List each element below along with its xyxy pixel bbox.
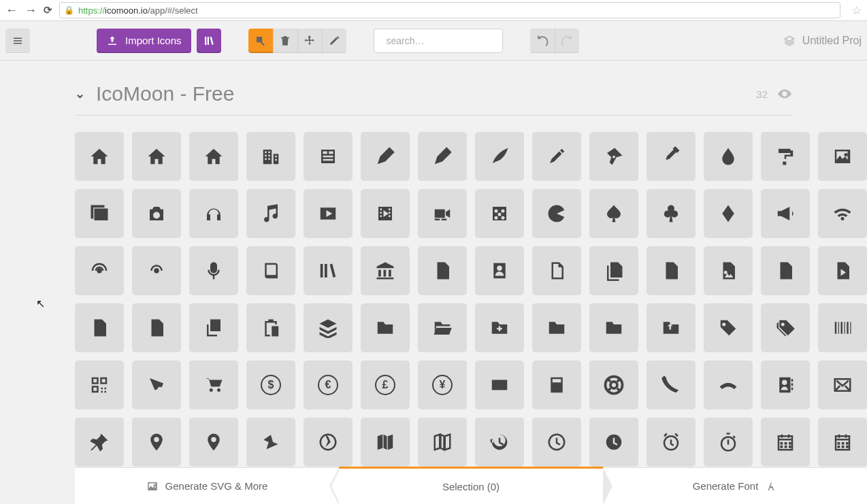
icon-envelop[interactable] [818, 360, 867, 409]
icon-copy[interactable] [189, 303, 238, 352]
icon-file-picture[interactable] [704, 246, 753, 295]
icon-coin-yen[interactable]: ¥ [418, 360, 467, 409]
library-button[interactable] [197, 29, 221, 53]
icon-ticket[interactable] [132, 360, 181, 409]
icon-music[interactable] [246, 189, 295, 238]
icon-headphones[interactable] [189, 189, 238, 238]
redo-button[interactable] [555, 29, 579, 53]
icon-feed[interactable] [132, 246, 181, 295]
icon-camera[interactable] [132, 189, 181, 238]
icon-credit-card[interactable] [475, 360, 524, 409]
icon-compass2[interactable] [304, 418, 353, 467]
icon-home3[interactable] [189, 132, 238, 181]
back-button[interactable]: ← [5, 3, 18, 18]
icon-folder-minus[interactable] [532, 303, 581, 352]
icon-folder-download[interactable] [589, 303, 638, 352]
icon-nib[interactable] [589, 132, 638, 181]
icon-newspaper[interactable] [304, 132, 353, 181]
icon-location[interactable] [132, 418, 181, 467]
icon-pacman[interactable] [532, 189, 581, 238]
icon-price-tag[interactable] [704, 303, 753, 352]
icon-film[interactable] [361, 189, 410, 238]
icon-calculator[interactable] [532, 360, 581, 409]
icon-price-tags[interactable] [761, 303, 810, 352]
icon-calendar[interactable] [761, 418, 810, 467]
icon-file-play[interactable] [818, 246, 867, 295]
icon-file-music[interactable] [761, 246, 810, 295]
icon-lifebuoy[interactable] [589, 360, 638, 409]
icon-stopwatch[interactable] [704, 418, 753, 467]
icon-alarm[interactable] [647, 418, 696, 467]
icon-home[interactable] [75, 132, 124, 181]
icon-paste[interactable] [246, 303, 295, 352]
icon-coin-pound[interactable]: £ [361, 360, 410, 409]
icon-connection[interactable] [818, 189, 867, 238]
icon-podcast[interactable] [75, 246, 124, 295]
icon-library[interactable] [361, 246, 410, 295]
delete-tool-button[interactable] [273, 29, 297, 53]
icon-clock[interactable] [532, 418, 581, 467]
search-input[interactable] [387, 35, 506, 46]
icon-home2[interactable] [132, 132, 181, 181]
icon-cart[interactable] [189, 360, 238, 409]
icon-barcode[interactable] [818, 303, 867, 352]
icon-pencil2[interactable] [418, 132, 467, 181]
icon-pencil[interactable] [361, 132, 410, 181]
icon-history[interactable] [475, 418, 524, 467]
icon-map[interactable] [361, 418, 410, 467]
icon-video-camera[interactable] [418, 189, 467, 238]
icon-folder[interactable] [361, 303, 410, 352]
undo-button[interactable] [530, 29, 555, 53]
icon-pen[interactable] [532, 132, 581, 181]
icon-bullhorn[interactable] [761, 189, 810, 238]
icon-quill[interactable] [475, 132, 524, 181]
icon-folder-upload[interactable] [647, 303, 696, 352]
icon-mic[interactable] [189, 246, 238, 295]
icon-file-zip[interactable] [132, 303, 181, 352]
icon-qrcode[interactable] [75, 360, 124, 409]
icon-pushpin[interactable] [75, 418, 124, 467]
project-menu[interactable]: Untitled Proj [783, 35, 862, 47]
icon-map2[interactable] [418, 418, 467, 467]
forward-button[interactable]: → [24, 3, 37, 18]
url-bar[interactable]: 🔒 https://icomoon.io/app/#/select [59, 2, 840, 18]
icon-compass[interactable] [246, 418, 295, 467]
move-tool-button[interactable] [297, 29, 322, 53]
icon-folder-open[interactable] [418, 303, 467, 352]
icon-files-empty[interactable] [589, 246, 638, 295]
icon-file-text[interactable] [418, 246, 467, 295]
edit-tool-button[interactable] [322, 29, 346, 53]
icon-dice[interactable] [475, 189, 524, 238]
icon-droplet[interactable] [704, 132, 753, 181]
icon-diamonds[interactable] [704, 189, 753, 238]
icon-books[interactable] [304, 246, 353, 295]
icon-play[interactable] [304, 189, 353, 238]
icon-phone[interactable] [647, 360, 696, 409]
import-icons-button[interactable]: Import Icons [97, 29, 191, 53]
icon-spades[interactable] [589, 189, 638, 238]
icon-location2[interactable] [189, 418, 238, 467]
reload-button[interactable]: ⟳ [44, 4, 52, 16]
hamburger-menu-button[interactable] [5, 29, 30, 53]
search-box[interactable] [374, 29, 503, 53]
icon-clock2[interactable] [589, 418, 638, 467]
select-tool-button[interactable] [248, 29, 273, 53]
icon-book[interactable] [246, 246, 295, 295]
bookmark-star-icon[interactable]: ☆ [851, 3, 862, 18]
icon-file-text2[interactable] [647, 246, 696, 295]
icon-clubs[interactable] [647, 189, 696, 238]
icon-paint-format[interactable] [761, 132, 810, 181]
icon-calendar2[interactable] [818, 418, 867, 467]
icon-folder-plus[interactable] [475, 303, 524, 352]
icon-set-toggle[interactable]: ⌄ IcoMoon - Free [75, 82, 234, 105]
icon-stack[interactable] [304, 303, 353, 352]
icon-address-book[interactable] [761, 360, 810, 409]
icon-file-video[interactable] [75, 303, 124, 352]
icon-file-empty[interactable] [532, 246, 581, 295]
icon-coin-dollar[interactable]: $ [246, 360, 295, 409]
icon-eyedropper[interactable] [647, 132, 696, 181]
eye-icon[interactable] [777, 86, 792, 101]
icon-images[interactable] [75, 189, 124, 238]
icon-profile[interactable] [475, 246, 524, 295]
icon-coin-euro[interactable]: € [304, 360, 353, 409]
